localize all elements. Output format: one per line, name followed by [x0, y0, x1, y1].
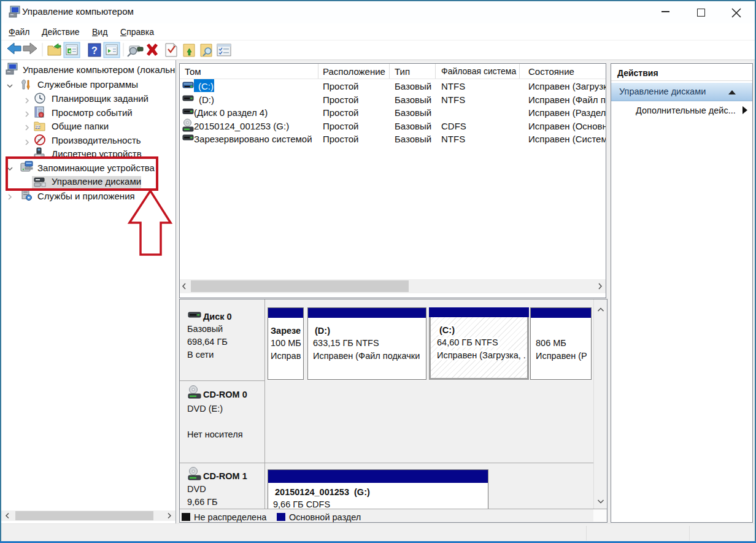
- svg-text:22: 22: [36, 125, 40, 129]
- svg-text:?: ?: [91, 45, 98, 56]
